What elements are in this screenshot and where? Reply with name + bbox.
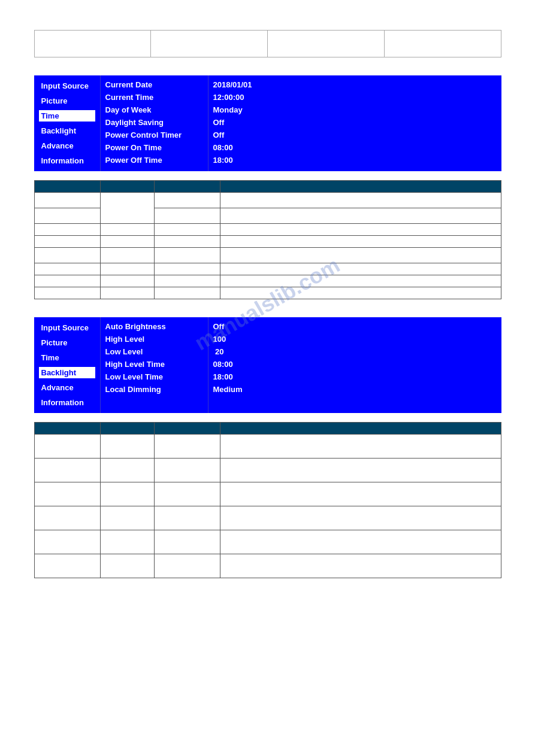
label-low-level: Low Level — [105, 347, 203, 356]
grid1-cell-7-2 — [100, 275, 154, 287]
backlight-sidebar: Input Source Picture Time Backlight Adva… — [34, 317, 100, 413]
grid1-row-5 — [34, 248, 501, 263]
value-auto-brightness: Off — [213, 322, 497, 331]
grid2-row-3 — [34, 482, 501, 506]
grid1-cell-5-4 — [220, 248, 501, 263]
label-current-time: Current Time — [105, 93, 203, 102]
grid1-row-3 — [34, 224, 501, 236]
grid2-cell-5-1 — [34, 530, 100, 554]
grid1-cell-6-3 — [154, 263, 220, 275]
label-low-level-time: Low Level Time — [105, 372, 203, 381]
grid2-row-2 — [34, 459, 501, 482]
grid1-cell-3-3 — [154, 224, 220, 236]
value-low-level: 20 — [213, 347, 497, 356]
bl-sidebar-item-picture[interactable]: Picture — [39, 337, 95, 348]
grid1-cell-8-3 — [154, 287, 220, 299]
grid2-row-6 — [34, 554, 501, 578]
grid1-row-8 — [34, 287, 501, 299]
grid2-cell-3-2 — [100, 482, 154, 506]
grid1-cell-5-3 — [154, 248, 220, 263]
top-empty-table — [34, 30, 501, 57]
grid1-cell-3-2 — [100, 224, 154, 236]
grid2-cell-4-4 — [220, 506, 501, 530]
grid1-cell-6-2 — [100, 263, 154, 275]
grid1-cell-3-4 — [220, 224, 501, 236]
grid2-cell-5-3 — [154, 530, 220, 554]
grid1-row-6 — [34, 263, 501, 275]
value-power-control-timer: Off — [213, 130, 497, 139]
bl-sidebar-item-advance[interactable]: Advance — [39, 382, 95, 393]
grid2-row-4 — [34, 506, 501, 530]
grid1-cell-5-1 — [34, 248, 100, 263]
grid1-cell-1-4 — [220, 193, 501, 208]
page-wrapper: manualslib.com Input Source Picture Time… — [12, 12, 523, 596]
sidebar-item-time[interactable]: Time — [39, 110, 95, 122]
sidebar-item-picture[interactable]: Picture — [39, 95, 95, 107]
grid1-cell-1-2 — [100, 193, 154, 224]
grid2-cell-2-2 — [100, 459, 154, 482]
grid1-cell-3-1 — [34, 224, 100, 236]
grid-section-1 — [34, 180, 501, 299]
grid1-cell-2-3 — [154, 208, 220, 224]
grid1-row-1 — [34, 193, 501, 208]
grid2-cell-3-3 — [154, 482, 220, 506]
bl-sidebar-item-information[interactable]: Information — [39, 397, 95, 408]
grid2-cell-4-1 — [34, 506, 100, 530]
value-low-level-time: 18:00 — [213, 372, 497, 381]
top-cell-3 — [268, 31, 385, 57]
grid1-cell-2-4 — [220, 208, 501, 224]
grid1-cell-8-1 — [34, 287, 100, 299]
label-local-dimming: Local Dimming — [105, 385, 203, 394]
grid2-cell-2-4 — [220, 459, 501, 482]
grid1-hdr-2 — [100, 181, 154, 193]
value-power-off-time: 18:00 — [213, 156, 497, 165]
grid1-cell-4-3 — [154, 236, 220, 248]
grid2-cell-6-2 — [100, 554, 154, 578]
grid2-cell-4-2 — [100, 506, 154, 530]
grid2-cell-6-1 — [34, 554, 100, 578]
sidebar-item-input-source[interactable]: Input Source — [39, 80, 95, 92]
grid2-cell-1-1 — [34, 435, 100, 459]
label-high-level-time: High Level Time — [105, 360, 203, 369]
time-content: Current Date Current Time Day of Week Da… — [100, 75, 501, 171]
grid2-row-1 — [34, 435, 501, 459]
sidebar-item-advance[interactable]: Advance — [39, 140, 95, 151]
grid2-cell-4-3 — [154, 506, 220, 530]
grid2-hdr-3 — [154, 423, 220, 435]
time-labels: Current Date Current Time Day of Week Da… — [100, 75, 208, 171]
top-cell-4 — [384, 31, 501, 57]
top-cell-1 — [34, 31, 151, 57]
value-high-level-time: 08:00 — [213, 360, 497, 369]
grid2-cell-3-4 — [220, 482, 501, 506]
grid2-header-row — [34, 423, 501, 435]
time-values: 2018/01/01 12:00:00 Monday Off Off 08:00… — [208, 75, 501, 171]
grid1-cell-8-2 — [100, 287, 154, 299]
backlight-labels: Auto Brightness High Level Low Level Hig… — [100, 317, 208, 413]
grid1-row-7 — [34, 275, 501, 287]
grid2-cell-5-2 — [100, 530, 154, 554]
label-high-level: High Level — [105, 335, 203, 344]
grid2-cell-2-1 — [34, 459, 100, 482]
backlight-values: Off 100 20 08:00 18:00 Medium — [208, 317, 501, 413]
grid1-cell-1-1 — [34, 193, 100, 208]
sidebar-item-information[interactable]: Information — [39, 155, 95, 166]
time-sidebar: Input Source Picture Time Backlight Adva… — [34, 75, 100, 171]
grid2-cell-1-2 — [100, 435, 154, 459]
grid1-hdr-1 — [34, 181, 100, 193]
top-cell-2 — [151, 31, 268, 57]
time-panel: Input Source Picture Time Backlight Adva… — [34, 75, 501, 171]
label-current-date: Current Date — [105, 80, 203, 89]
grid-section-2 — [34, 422, 501, 578]
grid1-hdr-4 — [220, 181, 501, 193]
label-power-control-timer: Power Control Timer — [105, 130, 203, 139]
grid1-cell-5-2 — [100, 248, 154, 263]
label-power-on-time: Power On Time — [105, 143, 203, 152]
grid2-cell-3-1 — [34, 482, 100, 506]
grid2-hdr-4 — [220, 423, 501, 435]
bl-sidebar-item-time[interactable]: Time — [39, 352, 95, 363]
bl-sidebar-item-backlight[interactable]: Backlight — [39, 367, 95, 378]
sidebar-item-backlight[interactable]: Backlight — [39, 125, 95, 136]
value-daylight-saving: Off — [213, 118, 497, 127]
value-current-date: 2018/01/01 — [213, 80, 497, 89]
bl-sidebar-item-input-source[interactable]: Input Source — [39, 322, 95, 333]
